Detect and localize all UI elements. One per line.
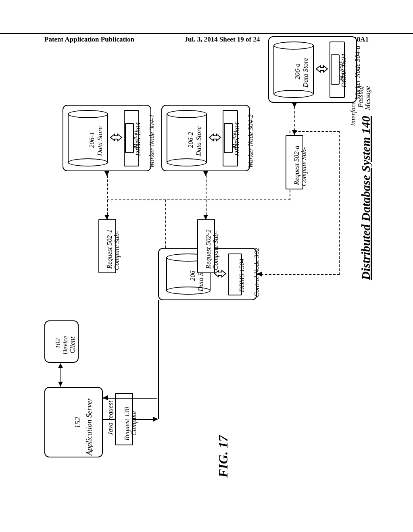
worker1-title: Worker Node 304-1	[148, 114, 156, 168]
workera-ac: AC 450	[338, 62, 344, 81]
bidir-arrow-icon	[315, 63, 328, 75]
suba-l1: Compute Sub-	[300, 147, 308, 186]
dashed-line	[206, 175, 206, 219]
dashed-line	[165, 200, 166, 248]
java-request-label: Java request	[106, 401, 115, 435]
application-server-label-1: Application Server	[85, 398, 94, 455]
worker2-ds1: Data Store	[195, 126, 203, 156]
bidir-arrow-icon	[209, 132, 221, 143]
control-ds-l2: 206	[189, 271, 197, 281]
worker2-ds2: 206-2	[187, 132, 195, 148]
arrowhead-icon	[257, 272, 262, 276]
dashed-line	[294, 131, 340, 132]
dashed-line	[294, 107, 295, 135]
application-server-label-2: 152	[73, 417, 82, 429]
suba-l2: Request 502-a	[293, 145, 301, 185]
line	[158, 300, 159, 419]
dashed-line	[107, 200, 290, 200]
sub1-l1: Compute Sub-	[113, 231, 121, 270]
worker2-title: Worker Node 304-2	[247, 114, 255, 168]
client-label-2: Device	[61, 336, 69, 355]
arrowhead-icon	[58, 363, 63, 368]
workera-ds2: 206-a	[294, 63, 302, 79]
arrowhead-icon	[153, 417, 158, 422]
arrowhead-icon	[203, 171, 208, 176]
workera-ds1: Data Store	[302, 58, 310, 87]
worker1-ds1: Data Store	[96, 126, 104, 156]
mpi-l1: Message	[364, 86, 372, 110]
worker2-ac: AC 450	[231, 131, 238, 149]
control-dbms-label: DBMS 1504	[238, 258, 246, 292]
diagram: Distributed Database System 140 FIG. 17 …	[44, 66, 365, 490]
workera-title: Worker Node 304-a	[354, 46, 362, 100]
arrowhead-icon	[104, 171, 109, 176]
bidir-arrow-icon	[110, 132, 123, 143]
line	[60, 368, 61, 382]
mpi-dashed-line	[257, 274, 340, 275]
dashed-line	[107, 175, 108, 219]
worker1-ds2: 206-1	[88, 132, 96, 148]
client-label-1: Client	[69, 337, 77, 353]
arrowhead-icon	[103, 395, 108, 400]
sub2-l2: Request 502-2	[204, 229, 213, 269]
sub2-l1: Compute Sub-	[212, 231, 220, 270]
worker1-ac: AC 450	[132, 131, 139, 149]
sub1-l2: Request 502-1	[106, 229, 114, 269]
line	[133, 419, 155, 420]
line	[103, 398, 157, 399]
dashed-line	[339, 131, 340, 275]
client-label-3: 102	[54, 339, 62, 349]
arrowhead-icon	[292, 103, 297, 108]
diagram-title: Distributed Database System 140	[359, 116, 373, 280]
header-center: Jul. 3, 2014 Sheet 19 of 24	[184, 35, 260, 44]
figure-number: FIG. 17	[216, 435, 231, 478]
compute-request-l2: Request 130	[123, 407, 131, 441]
compute-request-l1: Compute	[130, 411, 138, 436]
header-left: Patent Application Publication	[44, 35, 134, 44]
